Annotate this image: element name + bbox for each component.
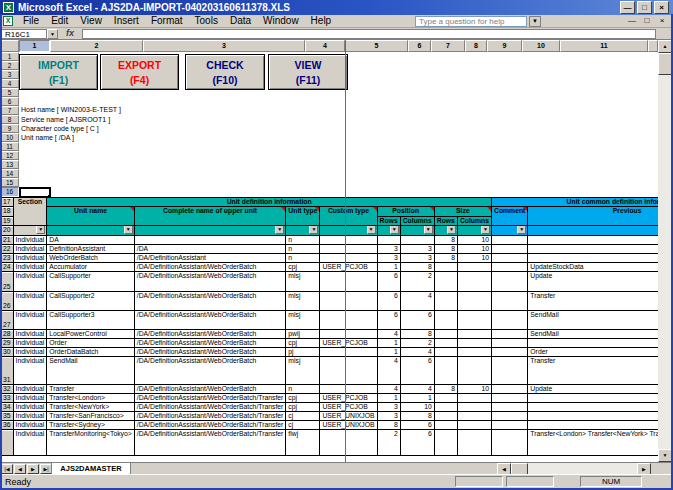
cell-unit-type[interactable]: flwj [286,430,320,456]
filter-dropdown-icon[interactable]: ▼ [517,226,526,235]
column-header-5[interactable]: 5 [345,40,408,52]
cell-previous[interactable] [528,412,658,421]
header-size-columns[interactable]: Columns [457,217,491,226]
cell-unit-type[interactable]: cpj [286,263,320,272]
cell-size-cols[interactable] [457,263,491,272]
cell-custom-type[interactable] [320,236,377,245]
header-unit-type[interactable]: Unit type [286,207,320,226]
cell-section[interactable]: Individual [13,311,47,330]
scroll-up-button[interactable]: ▲ [658,40,672,53]
cell-comment[interactable] [491,292,527,311]
cell-previous[interactable] [528,421,658,430]
name-box[interactable]: R16C1 [1,29,47,39]
cell-pos-rows[interactable]: 1 [377,339,400,348]
cell-unit-type[interactable]: mlsj [286,311,320,330]
column-header-8[interactable]: 8 [465,40,487,52]
export-button[interactable]: EXPORT (F4) [100,54,179,90]
column-header-11[interactable]: 11 [560,40,648,52]
filter-dropdown-icon[interactable]: ▼ [481,226,490,235]
cell-comment[interactable] [491,311,527,330]
cell-unit-type[interactable]: cpj [286,394,320,403]
cell-previous[interactable]: UpdateStockData [528,263,658,272]
cell-section[interactable]: Individual [13,430,47,456]
cell-size-rows[interactable] [434,311,457,330]
cell-unit-name[interactable]: Transfer<NewYork> [47,403,134,412]
cell-comment[interactable] [491,394,527,403]
cell-section[interactable]: Individual [13,263,47,272]
cell-section[interactable]: Individual [13,357,47,385]
cell-section[interactable]: Individual [13,254,47,263]
cell-custom-type[interactable] [320,348,377,357]
help-search-input[interactable]: Type a question for help [415,16,527,27]
menu-window[interactable]: Window [257,15,305,26]
cell-custom-type[interactable]: USER_UNIXJOB [320,412,377,421]
close-button[interactable]: × [654,1,669,14]
cell-pos-cols[interactable]: 6 [400,311,434,330]
cell-pos-rows[interactable]: 1 [377,263,400,272]
cell-size-cols[interactable] [457,292,491,311]
cell-custom-type[interactable] [320,385,377,394]
workbook-close-button[interactable]: × [655,16,669,27]
fx-icon[interactable]: fx [66,28,74,38]
cell-unit-name[interactable]: SendMail [47,357,134,385]
header-position[interactable]: Position [377,207,434,217]
cell-previous[interactable] [528,245,658,254]
cell-pos-rows[interactable]: 8 [377,421,400,430]
row-header-33[interactable]: 33 [1,394,14,403]
cell-unit-type[interactable]: mlsj [286,292,320,311]
row-header-32[interactable]: 32 [1,385,14,394]
column-header-1[interactable]: 1 [19,40,50,52]
cell-previous[interactable]: Update [528,385,658,394]
row-header-29[interactable]: 29 [1,339,14,348]
header-position-rows[interactable]: Rows [377,217,400,226]
cell-unit-name[interactable]: DefinitionAssistant [47,245,134,254]
cell-section[interactable]: Individual [13,412,47,421]
cell-pos-cols[interactable]: 4 [400,348,434,357]
row-header[interactable]: 18 [1,207,14,217]
cell-size-cols[interactable]: 10 [457,245,491,254]
cell-section[interactable]: Individual [13,403,47,412]
row-header-2[interactable]: 2 [0,61,19,70]
menu-view[interactable]: View [74,15,108,26]
row-header-14[interactable]: 14 [0,169,19,178]
cell-custom-type[interactable]: USER_PCJOB [320,339,377,348]
cell-pos-rows[interactable] [377,236,400,245]
cell-comment[interactable] [491,245,527,254]
column-header-6[interactable]: 6 [408,40,431,52]
cell-complete-name[interactable]: /DA/DefinitionAssistant/WebOrderBatch [134,339,286,348]
row-header-25[interactable]: 25 [1,272,14,292]
cell-section[interactable]: Individual [13,394,47,403]
cell-section[interactable]: Individual [13,272,47,292]
cell-size-rows[interactable] [434,263,457,272]
row-header-13[interactable]: 13 [0,160,19,169]
cell-custom-type[interactable] [320,430,377,456]
cell-complete-name[interactable]: /DA/DefinitionAssistant/WebOrderBatch [134,272,286,292]
cell-comment[interactable] [491,357,527,385]
row-header-24[interactable]: 24 [1,263,14,272]
prev-sheet-button[interactable]: ◀ [14,464,26,474]
cell-pos-cols[interactable]: 1 [400,394,434,403]
cell-unit-type[interactable]: mlsj [286,357,320,385]
cell-complete-name[interactable]: /DA/DefinitionAssistant/WebOrderBatch [134,348,286,357]
cell-complete-name[interactable]: /DA [134,245,286,254]
cell-unit-type[interactable]: n [286,385,320,394]
row-header[interactable]: 19 [1,217,14,226]
cell-size-cols[interactable] [457,339,491,348]
cell-previous[interactable]: SendMail [528,311,658,330]
cell-size-rows[interactable] [434,394,457,403]
workbook-restore-button[interactable]: □ [640,16,654,27]
cell-size-rows[interactable] [434,421,457,430]
cell-unit-name[interactable]: DA [47,236,134,245]
cell-complete-name[interactable]: /DA/DefinitionAssistant [134,254,286,263]
cell-size-rows[interactable] [434,348,457,357]
cell-complete-name[interactable]: /DA/DefinitionAssistant/WebOrderBatch [134,311,286,330]
row-header[interactable]: 20 [1,226,14,236]
cell-pos-cols[interactable]: 2 [400,272,434,292]
cell-unit-type[interactable]: n [286,254,320,263]
cell-pos-rows[interactable]: 1 [377,394,400,403]
row-header-12[interactable]: 12 [0,151,19,160]
cell-previous[interactable] [528,254,658,263]
check-button[interactable]: CHECK (F10) [185,54,265,90]
menu-data[interactable]: Data [224,15,257,26]
cell-comment[interactable] [491,421,527,430]
